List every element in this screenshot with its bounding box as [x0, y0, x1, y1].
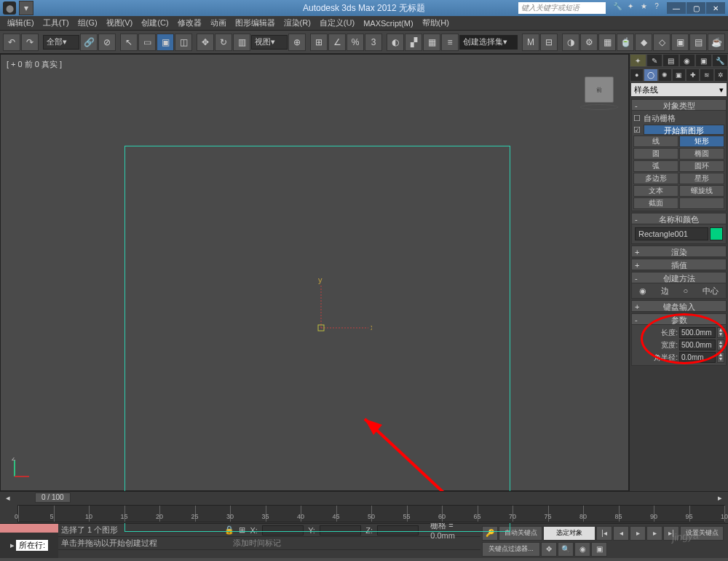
unlink-button[interactable]: ⊘	[98, 34, 116, 51]
tab-create[interactable]: ✦	[630, 54, 646, 67]
rotate-button[interactable]: ↻	[215, 34, 232, 51]
tool-b[interactable]: ◇	[653, 34, 670, 51]
render-setup-button[interactable]: ⚙	[580, 34, 598, 51]
shape-line[interactable]: 线	[633, 136, 678, 147]
rollout-keyboard[interactable]: 键盘输入	[631, 300, 727, 312]
radio-edge[interactable]: ◉	[639, 286, 646, 296]
next-frame-button[interactable]: ▸	[646, 526, 662, 541]
align-button[interactable]: ▦	[423, 34, 440, 51]
viewcube[interactable]: 前	[585, 76, 614, 103]
select-button[interactable]: ↖	[120, 34, 138, 51]
help-b-icon[interactable]: ✦	[625, 2, 636, 14]
menu-edit[interactable]: 编辑(E)	[3, 17, 39, 28]
select-rect-button[interactable]: ▣	[157, 34, 174, 51]
shape-star[interactable]: 星形	[679, 173, 724, 184]
menu-render[interactable]: 渲染(R)	[280, 17, 315, 28]
shape-ngon[interactable]: 多边形	[633, 173, 678, 184]
length-spinner[interactable]: ▲▼	[717, 327, 724, 338]
rollout-interp[interactable]: 插值	[631, 259, 727, 270]
menu-group[interactable]: 组(G)	[74, 17, 102, 28]
sub-geom[interactable]: ●	[630, 68, 644, 82]
redo-button[interactable]: ↷	[21, 34, 39, 51]
startnew-button[interactable]: 开始新图形	[644, 125, 724, 135]
select-name-button[interactable]: ▭	[138, 34, 156, 51]
app-logo-icon[interactable]: ⬤	[3, 1, 16, 15]
percent-snap[interactable]: %	[347, 34, 364, 51]
tab-hierarchy[interactable]: ▤	[662, 54, 679, 67]
menu-modifiers[interactable]: 修改器	[173, 17, 206, 28]
autogrid-checkbox[interactable]: ☐	[633, 114, 641, 123]
selection-set-select[interactable]: 全部▾	[43, 35, 79, 50]
material-button[interactable]: ◑	[562, 34, 579, 51]
radio-center[interactable]: ○	[684, 286, 689, 295]
nav-orbit-button[interactable]: ◉	[574, 542, 590, 557]
rollout-render[interactable]: 渲染	[631, 246, 727, 257]
menu-create[interactable]: 创建(C)	[137, 17, 173, 28]
tool-e[interactable]: ☕	[708, 34, 725, 51]
sub-helpers[interactable]: ✚	[686, 68, 700, 82]
sub-cam[interactable]: ▣	[672, 68, 686, 82]
tab-utils[interactable]: 🔧	[712, 54, 729, 67]
shape-arc[interactable]: 弧	[633, 160, 678, 172]
shape-category-select[interactable]: 样条线▾	[631, 83, 727, 96]
search-input[interactable]: 键入关键字或短语	[518, 2, 606, 14]
length-input[interactable]: 500.0mm	[679, 327, 716, 338]
sub-space[interactable]: ≋	[700, 68, 713, 82]
scale-button[interactable]: ▥	[233, 34, 250, 51]
rectangle-shape[interactable]	[124, 146, 510, 532]
tab-modify[interactable]: ✎	[646, 54, 663, 67]
sub-shapes[interactable]: ◯	[644, 68, 657, 82]
tool-c[interactable]: ▣	[671, 34, 689, 51]
help-d-icon[interactable]: ?	[651, 2, 662, 14]
undo-button[interactable]: ↶	[3, 34, 20, 51]
sub-lights[interactable]: ✺	[658, 68, 672, 82]
selected-object-select[interactable]: 选定对象	[543, 526, 596, 541]
rollout-name-color[interactable]: 名称和颜色	[631, 213, 727, 224]
spinner-snap[interactable]: 3	[365, 34, 382, 51]
rollout-create-method[interactable]: 创建方法	[631, 272, 727, 283]
render-button[interactable]: 🍵	[617, 34, 634, 51]
pivot-button[interactable]: ⊕	[288, 34, 306, 51]
snap-toggle[interactable]: ⊞	[310, 34, 328, 51]
layers-button[interactable]: ≡	[441, 34, 459, 51]
play-button[interactable]: ▸	[630, 526, 646, 541]
shape-section[interactable]: 截面	[633, 197, 678, 209]
move-button[interactable]: ✥	[197, 34, 214, 51]
add-time-tag[interactable]: 添加时间标记	[233, 538, 281, 549]
menu-custom[interactable]: 自定义(U)	[315, 17, 359, 28]
shape-donut[interactable]: 圆环	[679, 160, 724, 172]
nav-zoom-button[interactable]: 🔍	[558, 542, 574, 557]
tool-d[interactable]: ▤	[689, 34, 707, 51]
shape-rectangle[interactable]: 矩形	[679, 136, 724, 147]
object-name-input[interactable]: Rectangle001	[635, 227, 708, 240]
object-color-swatch[interactable]	[710, 227, 723, 240]
script-mini-listener[interactable]	[0, 524, 58, 533]
schematic-button[interactable]: ⊟	[540, 34, 558, 51]
startnew-checkbox[interactable]: ☑	[633, 125, 641, 135]
shape-helix[interactable]: 螺旋线	[679, 185, 724, 197]
shape-ellipse[interactable]: 椭圆	[679, 148, 724, 160]
help-a-icon[interactable]: 🔧	[612, 2, 623, 14]
corner-input[interactable]: 0.0mm	[679, 352, 716, 363]
goto-start-button[interactable]: |◂	[596, 526, 612, 541]
render-frame-button[interactable]: ▦	[598, 34, 616, 51]
named-sel[interactable]: ◐	[387, 34, 404, 51]
sub-sys[interactable]: ✲	[714, 68, 728, 82]
mirror-button[interactable]: ▞	[405, 34, 422, 51]
window-crossing-button[interactable]: ◫	[175, 34, 192, 51]
width-spinner[interactable]: ▲▼	[717, 340, 724, 350]
time-next[interactable]: ▸	[718, 493, 722, 503]
width-input[interactable]: 500.0mm	[679, 340, 716, 350]
tool-a[interactable]: ◆	[635, 34, 652, 51]
viewport[interactable]: [ + 0 前 0 真实 ] 前 x y z	[0, 54, 629, 491]
shape-text[interactable]: 文本	[633, 185, 678, 197]
rollout-obj-type[interactable]: 对象类型	[631, 99, 727, 111]
nav-max-button[interactable]: ▣	[591, 542, 607, 557]
rollout-params[interactable]: 参数	[631, 313, 727, 325]
menu-view[interactable]: 视图(V)	[102, 17, 138, 28]
tab-display[interactable]: ▣	[695, 54, 712, 67]
viewport-label[interactable]: [ + 0 前 0 真实 ]	[7, 59, 62, 70]
named-selection-input[interactable]: 创建选择集▾	[459, 35, 518, 50]
maximize-button[interactable]: ▢	[687, 2, 705, 14]
menu-graph[interactable]: 图形编辑器	[231, 17, 280, 28]
